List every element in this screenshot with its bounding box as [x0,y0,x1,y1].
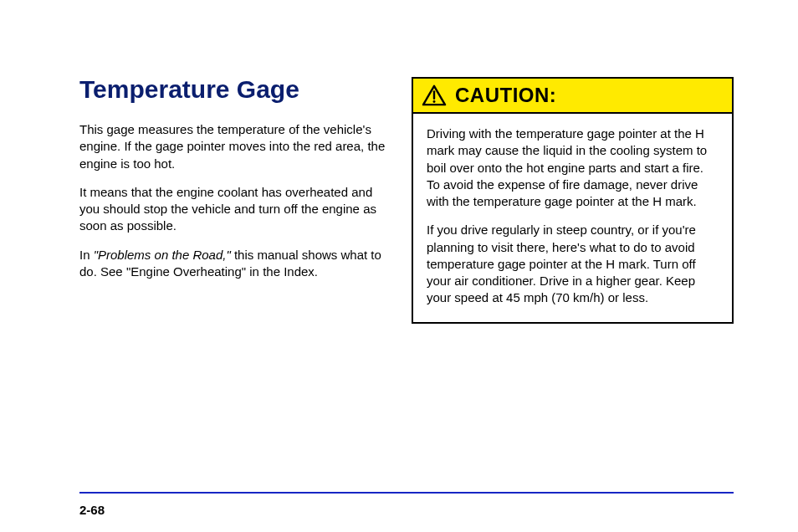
caution-paragraph: If you drive regularly in steep country,… [427,222,719,306]
xref-link[interactable]: "Problems on the Road," [94,248,231,262]
page-number: 2-68 [79,503,105,517]
xref-prefix: In [79,248,94,262]
page: Temperature Gage This gage measures the … [0,0,798,532]
svg-point-2 [433,100,436,103]
body-paragraph: It means that the engine coolant has ove… [79,184,389,235]
caution-header: CAUTION: [412,77,734,112]
section-title: Temperature Gage [79,75,389,103]
body-paragraph: This gage measures the temperature of th… [79,121,389,172]
caution-paragraph: Driving with the temperature gage pointe… [427,125,719,210]
caution-box: CAUTION: Driving with the temperature ga… [412,77,734,324]
left-column: Temperature Gage This gage measures the … [79,75,389,292]
body-paragraph-xref: In "Problems on the Road," this manual s… [79,247,389,281]
caution-body: Driving with the temperature gage pointe… [412,112,734,324]
warning-triangle-icon [422,84,447,106]
caution-label: CAUTION: [455,84,556,107]
footer-rule [79,492,734,494]
